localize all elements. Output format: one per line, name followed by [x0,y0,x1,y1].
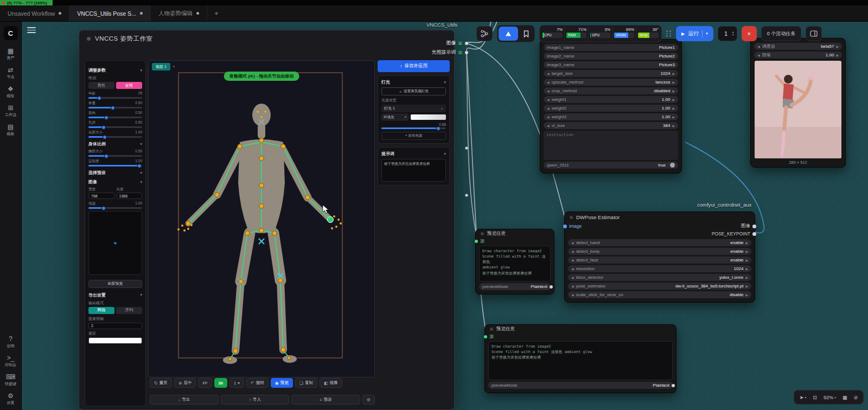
node-title-bar[interactable]: DWPose Estimator [565,212,755,222]
vnccs-utils-node[interactable]: image1_name Picture1 image2_name Picture… [540,39,682,174]
increment-icon[interactable]: ▶ [745,284,748,288]
slider-track[interactable] [381,127,446,129]
link-visibility-button[interactable]: ⊘ [850,395,861,400]
increment-icon[interactable]: ▶ [745,249,748,253]
param-slider[interactable]: 定制度1.00 [88,159,142,166]
add-light-button[interactable]: + 添加光源 [381,132,446,140]
new-tab-button[interactable]: + [207,5,226,21]
increment-icon[interactable]: ▶ [672,80,675,84]
preview-any-node-1[interactable]: 预览任意 源 Draw character from image2 Scene … [475,229,554,294]
prompt-textarea[interactable]: 裙子替换为灰色短裤紧身短裤 [381,159,446,182]
combo-widget[interactable]: ◀ resolution 1024 ▶ [568,265,751,272]
section-presets[interactable]: 选择预设 ▾ [88,170,142,176]
combo-widget[interactable]: ◀ 降噪 1.00 ▶ [754,52,842,59]
panel-toggle-button[interactable] [806,26,822,41]
dwpose-estimator-node[interactable]: DWPose Estimator image 图像 POSE_KEYPOINT [564,212,755,303]
remove-light-icon[interactable]: × [441,106,443,111]
decrement-icon[interactable]: ◀ [571,241,574,245]
increment-icon[interactable]: ▶ [672,89,675,93]
slider-thumb[interactable] [101,125,106,130]
increment-icon[interactable]: ▶ [745,276,748,279]
slider-track[interactable] [88,165,142,166]
increment-icon[interactable]: ▶ [672,72,675,75]
combo-widget[interactable]: ◀ 调度器 beta57 ▶ [754,43,842,50]
light-item-1[interactable]: 灯光 1 × [381,105,446,112]
decrement-icon[interactable]: ◀ [547,106,550,110]
combo-widget[interactable]: ◀ weight3 1.00 ▶ [544,113,678,120]
collapse-dot[interactable] [490,328,493,331]
presets-button[interactable]: ≡预设 [291,395,360,405]
slider-thumb[interactable] [97,96,101,100]
light-color-picker[interactable] [411,114,446,120]
increment-icon[interactable]: ▶ [672,98,675,101]
slider-thumb[interactable] [101,206,106,210]
combo-widget[interactable]: ◀ upscale_method lanczos ▶ [544,79,678,86]
sampler-image-node[interactable]: ◀ 调度器 beta57 ▶ ◀ 降噪 1.00 ▶ [750,38,846,168]
increment-icon[interactable]: ▶ [745,241,748,245]
interval-input[interactable]: 2 [88,323,142,329]
zoom-control[interactable]: 92% ▾ [820,395,839,400]
increment-icon[interactable]: ▶ [672,115,675,119]
stepper-arrows[interactable]: ▲▼ [732,31,735,36]
increment-icon[interactable]: ▶ [745,267,748,271]
slider-track[interactable] [88,117,142,118]
slider-track[interactable] [88,207,142,209]
param-slider[interactable]: 肌肉0.50 [88,111,142,118]
slider-track[interactable] [88,155,142,157]
slider-track[interactable] [88,97,142,99]
param-slider[interactable]: 头部大小1.00 [88,130,142,138]
tab-unsaved-workflow[interactable]: Unsaved Workflow [0,5,69,21]
input-dot[interactable] [484,335,487,338]
combo-widget[interactable]: ◀ crop_method disabled ▶ [544,87,678,94]
combo-widget[interactable]: ◀ detect_hand enable ▶ [568,239,751,246]
section-lighting[interactable]: 灯光 ▾ [381,79,446,85]
param-slider[interactable]: 胸部大小0.50 [88,149,142,157]
decrement-icon[interactable]: ◀ [571,258,574,262]
slider-track[interactable] [88,126,142,128]
add-view-button[interactable]: + [173,64,175,69]
sequence-mode-button[interactable]: 序列 [116,307,142,314]
app-logo[interactable]: C [4,26,18,40]
slider-thumb[interactable] [111,106,115,110]
dialog-output-image[interactable]: 图像 ⊞ [401,40,462,47]
reset-button[interactable]: ↻重置 [150,378,172,388]
combo-widget[interactable]: ◀ scale_stick_for_xinsr_cn disable ▶ [568,291,751,298]
increment-icon[interactable]: ▶ [672,106,675,110]
sidebar-item[interactable]: ▤ 模板 [0,124,22,137]
height-input[interactable]: 1366 [117,193,143,199]
input-dot[interactable] [563,225,567,228]
collapse-dot[interactable] [481,232,484,235]
bookmark-button[interactable] [519,27,533,41]
output-dot[interactable] [672,384,675,387]
increment-icon[interactable]: ▶ [672,124,675,127]
param-slider[interactable]: 乳房0.50 [88,120,142,128]
copy-button[interactable]: ❏复制 [295,378,317,388]
dialog-header[interactable]: VNCCS 姿势工作室 [79,30,454,47]
decrement-icon[interactable]: ◀ [757,53,760,57]
param-slider[interactable]: 年龄25 [88,91,142,99]
node-graph-canvas[interactable]: VNCCS_Utils comfyui_controlnet_aux 图像 ⊞ … [22,22,868,410]
slider-thumb[interactable] [436,126,441,131]
background-color-swatch[interactable] [88,337,142,344]
tab-pose-edit[interactable]: 人物姿势编辑 [151,5,207,21]
light-type-select[interactable]: 环境光 ▾ [381,114,409,120]
scale-slider[interactable]: 缩放1.00 [88,201,142,209]
input-dot[interactable] [475,240,478,243]
active-tasks-badge[interactable]: 0 个活动任务 [761,26,802,41]
width-input[interactable]: 768 [88,193,114,199]
sidebar-item[interactable]: ⇄ 节点 [0,67,22,80]
batch-count-stepper[interactable]: 1 ▲▼ [718,26,737,41]
combo-widget[interactable]: ◀ bbox_detector yolox_l.onnx ▶ [568,274,751,281]
decrement-icon[interactable]: ◀ [547,89,550,93]
dialog-output-light-prompt[interactable]: 光照提示词 ⊞ [369,49,462,56]
collapse-dot[interactable] [570,216,573,219]
slider-thumb[interactable] [104,116,108,120]
minimap-toggle-button[interactable]: ▦ [839,395,851,400]
cancel-queue-button[interactable]: × [742,26,757,41]
female-button[interactable]: 女性 [116,82,142,89]
import-button[interactable]: ↑导入 [221,395,290,405]
increment-icon[interactable]: ▶ [745,293,748,297]
toolbar-drag-handle[interactable] [666,30,672,37]
decrement-icon[interactable]: ◀ [757,44,760,48]
decrement-icon[interactable]: ◀ [547,72,550,75]
